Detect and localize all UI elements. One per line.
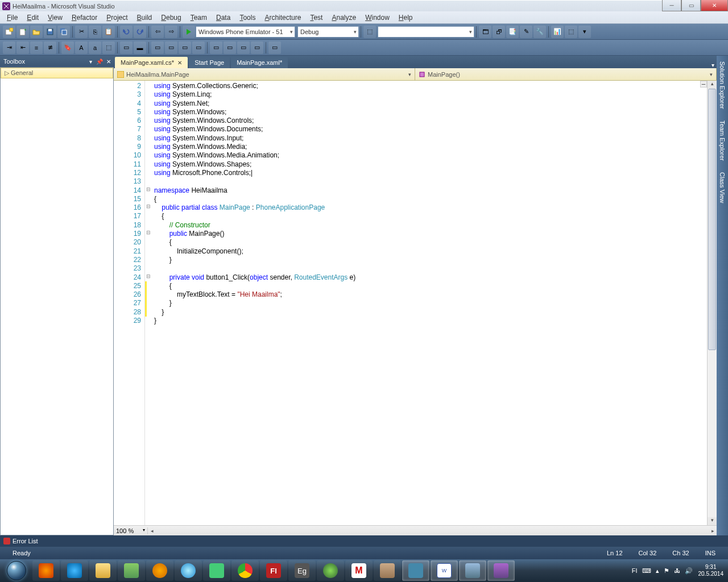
redo-button[interactable]: [134, 26, 146, 38]
class-selector[interactable]: HeiMaailma.MainPage: [114, 68, 415, 80]
text-btn-5[interactable]: ▬: [134, 41, 146, 54]
toolbar-icon-8[interactable]: ▾: [578, 26, 591, 38]
text-btn-1[interactable]: A: [75, 41, 88, 54]
outdent-button[interactable]: ⇤: [16, 41, 29, 54]
code-editor[interactable]: 2345678910111213141516171819202122232425…: [114, 81, 717, 525]
toolbox-category-general[interactable]: ▷ General: [1, 68, 113, 78]
start-debug-button[interactable]: [183, 26, 195, 38]
indent-button[interactable]: ⇥: [3, 41, 15, 54]
scroll-down-icon[interactable]: ▾: [708, 517, 717, 525]
taskbar-visualstudio[interactable]: [487, 560, 515, 581]
taskbar-mediaplayer[interactable]: [146, 560, 173, 581]
toolbox-pin-icon[interactable]: 📌: [96, 59, 104, 65]
taskbar-app3[interactable]: [374, 560, 401, 581]
taskbar-itunes[interactable]: [175, 560, 202, 581]
tray-volume-icon[interactable]: 🔊: [685, 567, 693, 575]
source-text[interactable]: using System.Collections.Generic;using S…: [152, 81, 707, 525]
tab-mainpage-xaml-[interactable]: MainPage.xaml*: [231, 57, 288, 68]
menu-edit[interactable]: Edit: [22, 13, 43, 23]
nav-back-button[interactable]: ⇦: [151, 26, 164, 38]
tray-up-icon[interactable]: ▴: [656, 567, 659, 575]
bookmark-button[interactable]: 🔖: [61, 41, 74, 54]
tray-network-icon[interactable]: 🖧: [674, 567, 680, 574]
menu-data[interactable]: Data: [212, 13, 235, 23]
text-btn-6[interactable]: ▭: [151, 41, 164, 54]
menu-file[interactable]: File: [2, 13, 22, 23]
scroll-thumb[interactable]: [708, 89, 716, 350]
menu-analyze[interactable]: Analyze: [327, 13, 361, 23]
toolbar-icon-1[interactable]: 🗔: [479, 26, 491, 38]
text-btn-9[interactable]: ▭: [192, 41, 205, 54]
taskbar-app5[interactable]: [459, 560, 486, 581]
system-tray[interactable]: FI ⌨ ▴ ⚑ 🖧 🔊 9:3120.5.2014: [630, 564, 727, 577]
side-tab-class-view[interactable]: Class View: [718, 170, 727, 205]
menu-help[interactable]: Help: [394, 13, 417, 23]
taskbar-ie[interactable]: [61, 560, 88, 581]
text-btn-3[interactable]: ⬚: [102, 41, 115, 54]
text-btn-10[interactable]: ▭: [210, 41, 222, 54]
taskbar-flash[interactable]: Fl: [260, 560, 287, 581]
taskbar-mcafee[interactable]: M: [345, 560, 373, 581]
text-btn-4[interactable]: ▭: [120, 41, 133, 54]
toolbar-icon-2[interactable]: 🗗: [493, 26, 505, 38]
text-btn-7[interactable]: ▭: [165, 41, 177, 54]
toolbar-icon-5[interactable]: 🔧: [533, 26, 546, 38]
toolbar-icon-6[interactable]: 📊: [551, 26, 564, 38]
undo-button[interactable]: [120, 26, 133, 38]
config-combo[interactable]: Debug: [297, 26, 359, 38]
copy-button[interactable]: ⎘: [89, 26, 101, 38]
toolbar-btn-a[interactable]: ⬚: [363, 26, 376, 38]
new-project-button[interactable]: [3, 26, 15, 38]
error-list-tab[interactable]: Error List: [0, 535, 728, 547]
tab-close-icon[interactable]: ✕: [177, 60, 182, 66]
paste-button[interactable]: 📋: [102, 26, 115, 38]
menu-view[interactable]: View: [43, 13, 67, 23]
cut-button[interactable]: ✂: [75, 26, 88, 38]
toolbox-close-icon[interactable]: ✕: [105, 59, 113, 65]
tray-flag-icon[interactable]: ⚑: [664, 567, 669, 575]
toolbar-icon-4[interactable]: ✎: [520, 26, 532, 38]
platform-combo[interactable]: Windows Phone Emulator - 51: [196, 26, 295, 38]
menu-tools[interactable]: Tools: [235, 13, 260, 23]
tab-mainpage-xaml-cs-[interactable]: MainPage.xaml.cs*✕: [115, 57, 188, 68]
taskbar-app2[interactable]: [317, 560, 344, 581]
text-btn-2[interactable]: a: [89, 41, 101, 54]
menu-refactor[interactable]: Refactor: [67, 13, 102, 23]
zoom-combo[interactable]: 100 %: [114, 527, 148, 534]
split-button[interactable]: ─: [700, 81, 707, 88]
start-button[interactable]: [1, 560, 32, 581]
tray-clock[interactable]: 9:3120.5.2014: [698, 564, 724, 577]
side-tab-team-explorer[interactable]: Team Explorer: [718, 118, 727, 163]
member-selector[interactable]: MainPage(): [415, 68, 717, 80]
text-btn-8[interactable]: ▭: [179, 41, 191, 54]
taskbar-edge[interactable]: Eg: [288, 560, 316, 581]
taskbar-chrome[interactable]: [231, 560, 259, 581]
save-button[interactable]: [44, 26, 56, 38]
taskbar-app1[interactable]: [203, 560, 230, 581]
menu-architecture[interactable]: Architecture: [260, 13, 305, 23]
minimize-button[interactable]: ─: [662, 0, 681, 11]
side-tab-solution-explorer[interactable]: Solution Explorer: [718, 59, 727, 111]
menu-team[interactable]: Team: [186, 13, 212, 23]
maximize-button[interactable]: ▭: [681, 0, 701, 11]
tray-keyboard-icon[interactable]: ⌨: [642, 567, 651, 575]
tabs-overflow-icon[interactable]: ▾: [712, 62, 714, 68]
menu-window[interactable]: Window: [361, 13, 394, 23]
menu-project[interactable]: Project: [102, 13, 132, 23]
uncomment-button[interactable]: ≢: [44, 41, 56, 54]
toolbar-icon-7[interactable]: ⬚: [565, 26, 577, 38]
text-btn-11[interactable]: ▭: [224, 41, 236, 54]
close-button[interactable]: ✕: [701, 0, 728, 11]
open-button[interactable]: [30, 26, 43, 38]
text-btn-12[interactable]: ▭: [237, 41, 250, 54]
menu-test[interactable]: Test: [305, 13, 327, 23]
comment-button[interactable]: ≡: [30, 41, 43, 54]
text-btn-13[interactable]: ▭: [251, 41, 263, 54]
taskbar-explorer[interactable]: [89, 560, 117, 581]
nav-fwd-button[interactable]: ⇨: [165, 26, 177, 38]
find-combo[interactable]: [378, 26, 474, 38]
taskbar-firefox[interactable]: [32, 560, 60, 581]
vertical-scrollbar[interactable]: ▴ ▾: [707, 81, 717, 525]
menu-debug[interactable]: Debug: [156, 13, 185, 23]
hscroll-right-icon[interactable]: ▸: [709, 528, 717, 534]
